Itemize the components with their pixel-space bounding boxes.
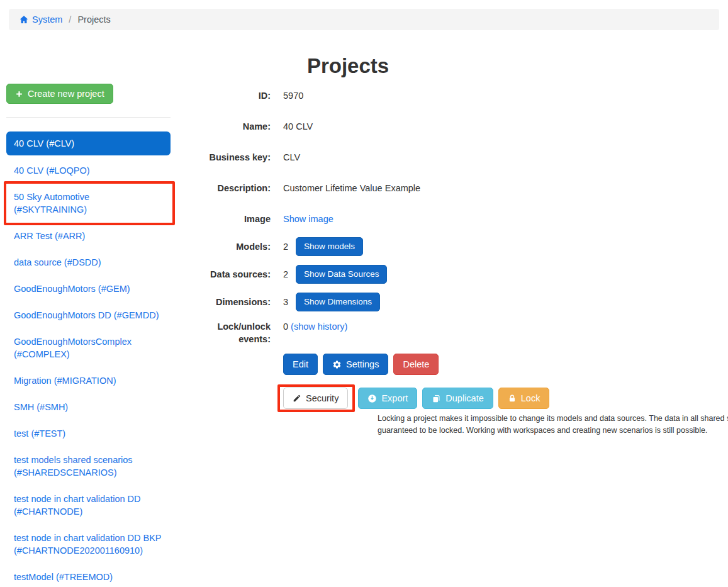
field-row-image: Image Show image <box>189 213 711 225</box>
show-models-label: Show models <box>304 241 355 252</box>
project-item-label: test node in chart validation DD BKP (#C… <box>14 533 161 556</box>
field-value-description: Customer Lifetime Value Example <box>283 182 420 194</box>
download-circle-icon <box>367 394 377 403</box>
breadcrumb-system-label: System <box>32 14 62 25</box>
plus-icon <box>15 90 23 98</box>
project-item-label: GoodEnoughMotors (#GEM) <box>14 284 130 294</box>
field-row-name: Name: 40 CLV <box>189 120 711 133</box>
breadcrumb: System / Projects <box>9 9 719 30</box>
project-item-goodenoughmotors[interactable]: GoodEnoughMotors (#GEM) <box>6 276 171 301</box>
field-row-dimensions: Dimensions: 3 Show Dimensions <box>189 293 711 311</box>
project-item-label: data source (#DSDD) <box>14 257 101 267</box>
action-buttons: Edit Settings Delete Security <box>283 354 711 437</box>
settings-button[interactable]: Settings <box>323 354 388 375</box>
project-item-data-source[interactable]: data source (#DSDD) <box>6 250 171 275</box>
data-sources-count: 2 <box>283 268 288 281</box>
show-image-link[interactable]: Show image <box>283 214 333 224</box>
home-icon <box>19 14 29 25</box>
project-item-label: 50 Sky Automotive (#SKYTRAINING) <box>14 192 89 215</box>
project-item-chartnode-bkp[interactable]: test node in chart validation DD BKP (#C… <box>6 525 171 563</box>
settings-label: Settings <box>346 359 379 370</box>
field-label: Data sources: <box>189 268 271 281</box>
projects-sidebar: Create new project 40 CLV (#CLV) 40 CLV … <box>6 84 171 587</box>
field-label: Name: <box>189 120 271 133</box>
project-item-40clv-loqpo[interactable]: 40 CLV (#LOQPO) <box>6 158 171 183</box>
project-item-40clv-clv[interactable]: 40 CLV (#CLV) <box>6 131 171 155</box>
delete-label: Delete <box>403 359 429 370</box>
delete-button[interactable]: Delete <box>393 354 439 375</box>
show-data-sources-label: Show Data Sources <box>304 269 379 280</box>
breadcrumb-separator: / <box>67 14 72 25</box>
edit-button[interactable]: Edit <box>283 354 318 375</box>
project-item-label: testModel (#TREEMOD) <box>14 572 113 582</box>
breadcrumb-current: Projects <box>77 14 110 25</box>
project-item-label: ARR Test (#ARR) <box>14 231 85 241</box>
field-value-business-key: CLV <box>283 151 300 164</box>
project-item-goodenoughmotorscomplex[interactable]: GoodEnoughMotorsComplex (#COMPLEX) <box>6 329 171 367</box>
field-value-name: 40 CLV <box>283 120 313 133</box>
show-models-button[interactable]: Show models <box>296 237 363 256</box>
field-label-line2: events: <box>189 333 271 345</box>
page-title: Projects <box>176 54 520 78</box>
pencil-icon <box>293 394 301 403</box>
field-row-models: Models: 2 Show models <box>189 237 711 256</box>
breadcrumb-system-link[interactable]: System <box>19 14 62 25</box>
project-item-label: 40 CLV (#LOQPO) <box>14 165 90 176</box>
field-label: Business key: <box>189 151 271 164</box>
annotation-highlight-box-sidebar <box>4 181 175 225</box>
field-row-id: ID: 5970 <box>189 89 711 102</box>
project-item-label: 40 CLV (#CLV) <box>14 138 74 148</box>
field-label-line1: Lock/unlock <box>189 320 271 333</box>
show-history-link[interactable]: (show history) <box>291 321 347 332</box>
field-label: Image <box>189 213 271 225</box>
field-row-data-sources: Data sources: 2 Show Data Sources <box>189 265 711 284</box>
project-item-sky-automotive[interactable]: 50 Sky Automotive (#SKYTRAINING) <box>6 184 171 222</box>
lock-label: Lock <box>521 393 540 404</box>
project-item-label: Migration (#MIGRATION) <box>14 376 116 386</box>
lock-icon <box>508 394 517 403</box>
show-dimensions-button[interactable]: Show Dimensions <box>296 293 380 311</box>
project-item-testmodel[interactable]: testModel (#TREEMOD) <box>6 564 171 587</box>
show-dimensions-label: Show Dimensions <box>304 296 372 308</box>
project-item-shared-scenarios[interactable]: test models shared scenarios (#SHAREDSCE… <box>6 447 171 485</box>
project-item-arr-test[interactable]: ARR Test (#ARR) <box>6 223 171 249</box>
create-new-project-label: Create new project <box>28 88 104 99</box>
field-row-business-key: Business key: CLV <box>189 151 711 164</box>
project-item-chartnode[interactable]: test node in chart validation DD (#CHART… <box>6 486 171 524</box>
project-item-label: test models shared scenarios (#SHAREDSCE… <box>14 455 133 478</box>
edit-label: Edit <box>293 359 308 370</box>
field-label: Models: <box>189 240 271 253</box>
field-value-id: 5970 <box>283 89 303 102</box>
field-label: ID: <box>189 89 271 102</box>
project-item-label: SMH (#SMH) <box>14 402 68 412</box>
dimensions-count: 3 <box>283 296 288 308</box>
security-label: Security <box>306 393 339 404</box>
project-item-label: GoodEnoughMotors DD (#GEMDD) <box>14 310 159 320</box>
export-button[interactable]: Export <box>358 388 417 409</box>
lock-events-count: 0 <box>283 321 288 332</box>
duplicate-label: Duplicate <box>445 393 483 404</box>
project-item-goodenoughmotors-dd[interactable]: GoodEnoughMotors DD (#GEMDD) <box>6 303 171 328</box>
project-item-smh[interactable]: SMH (#SMH) <box>6 394 171 420</box>
project-item-migration[interactable]: Migration (#MIGRATION) <box>6 368 171 393</box>
field-row-lock-events: Lock/unlock events: 0 (show history) <box>189 320 711 354</box>
project-item-label: test (#TEST) <box>14 428 65 439</box>
gear-icon <box>332 360 342 369</box>
lock-button[interactable]: Lock <box>498 388 550 409</box>
lock-note-text: Locking a project makes it impossible to… <box>378 413 728 437</box>
create-new-project-button[interactable]: Create new project <box>6 84 113 104</box>
duplicate-icon <box>432 394 441 403</box>
project-item-label: test node in chart validation DD (#CHART… <box>14 494 141 517</box>
duplicate-button[interactable]: Duplicate <box>422 388 493 409</box>
sidebar-divider <box>6 117 171 118</box>
project-list: 40 CLV (#CLV) 40 CLV (#LOQPO) 50 Sky Aut… <box>6 131 171 587</box>
field-row-description: Description: Customer Lifetime Value Exa… <box>189 182 711 194</box>
field-label: Dimensions: <box>189 296 271 308</box>
models-count: 2 <box>283 240 288 253</box>
field-label: Description: <box>189 182 271 194</box>
project-detail-panel: ID: 5970 Name: 40 CLV Business key: CLV … <box>189 89 711 437</box>
security-button[interactable]: Security <box>283 388 348 409</box>
export-label: Export <box>381 393 408 404</box>
show-data-sources-button[interactable]: Show Data Sources <box>296 265 387 284</box>
project-item-test[interactable]: test (#TEST) <box>6 421 171 446</box>
